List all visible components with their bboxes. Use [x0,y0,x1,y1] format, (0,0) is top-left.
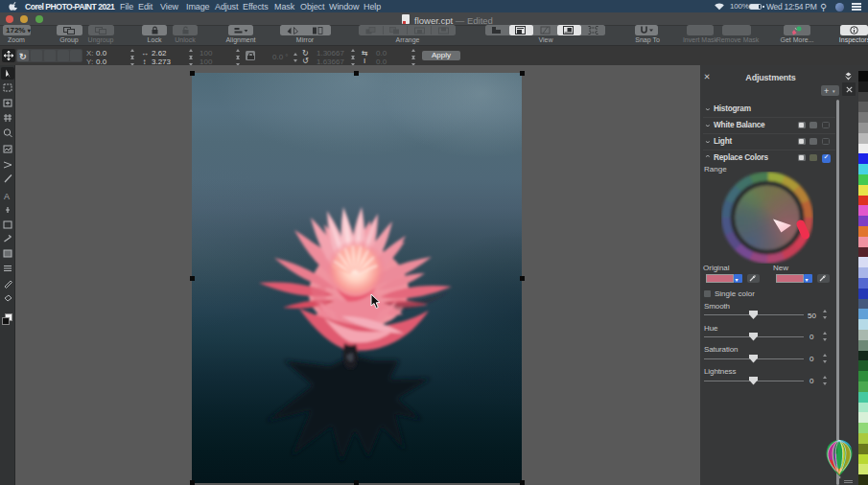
svg-text:A: A [4,192,10,201]
